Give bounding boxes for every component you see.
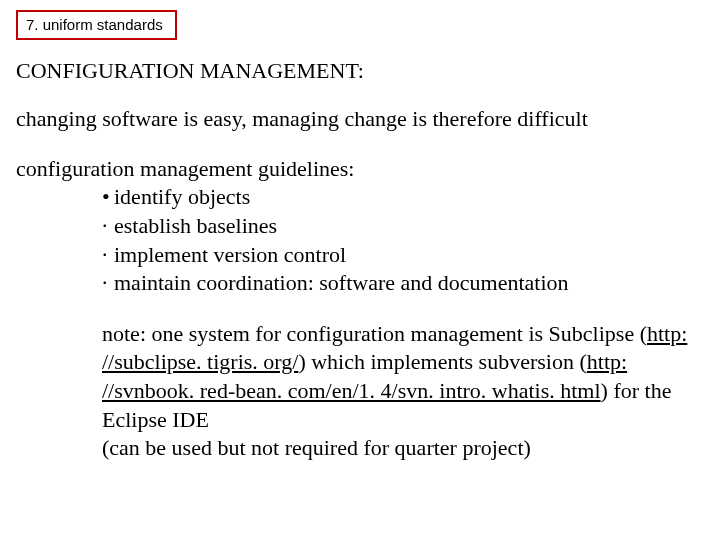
note-text: (can be used but not required for quarte…: [102, 435, 531, 460]
list-item: ·maintain coordination: software and doc…: [102, 269, 720, 298]
list-item: • identify objects: [102, 183, 720, 212]
list-item-text: maintain coordination: software and docu…: [114, 270, 569, 295]
guidelines-intro: configuration management guidelines:: [16, 155, 720, 184]
list-item: ·establish baselines: [102, 212, 720, 241]
boxed-label: 7. uniform standards: [16, 10, 177, 40]
list-item-text: identify objects: [114, 184, 250, 209]
bullet-list: • identify objects ·establish baselines …: [102, 183, 720, 297]
note-text: note: one system for configuration manag…: [102, 321, 647, 346]
list-item: ·implement version control: [102, 241, 720, 270]
intro-paragraph: changing software is easy, managing chan…: [16, 106, 720, 132]
bullet-icon: •: [102, 183, 114, 212]
bullet-icon: ·: [102, 212, 114, 241]
section-heading: CONFIGURATION MANAGEMENT:: [16, 58, 720, 84]
note-text: ) which implements subversion (: [298, 349, 586, 374]
list-item-text: establish baselines: [114, 213, 277, 238]
bullet-icon: ·: [102, 241, 114, 270]
bullet-icon: ·: [102, 269, 114, 298]
note-paragraph: note: one system for configuration manag…: [102, 320, 692, 463]
list-item-text: implement version control: [114, 242, 346, 267]
